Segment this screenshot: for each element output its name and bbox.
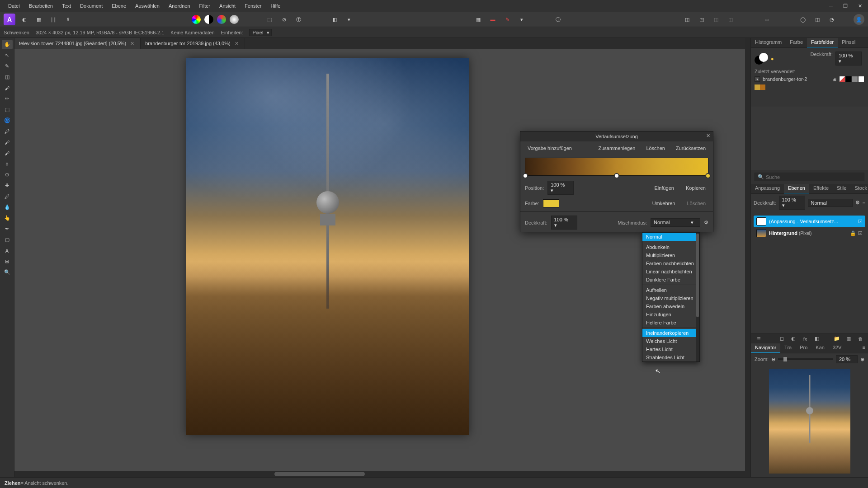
- mask-icon[interactable]: ◻: [778, 335, 786, 343]
- color-swatch[interactable]: [543, 199, 559, 207]
- layer-blend-select[interactable]: Normal: [808, 199, 853, 207]
- window-minimize[interactable]: ─: [826, 1, 835, 10]
- clone-tool[interactable]: ⊙: [2, 170, 13, 179]
- persona-develop-icon[interactable]: ∣∥: [48, 14, 59, 25]
- panel-tab-farbe[interactable]: Farbe: [786, 38, 807, 47]
- layer-row[interactable]: (Anpassung - Verlaufsumsetz...☑: [754, 216, 865, 227]
- fg-bg-color-icon[interactable]: [755, 53, 768, 65]
- arrange-1-icon[interactable]: ◫: [682, 14, 693, 25]
- marquee-tool[interactable]: ⬚: [2, 105, 13, 114]
- gear-icon[interactable]: ⚙: [704, 220, 708, 225]
- panel-tab-stock[interactable]: Stock: [850, 184, 868, 193]
- panel-tab-tra[interactable]: Tra: [780, 343, 796, 353]
- gradient-editor[interactable]: [525, 158, 708, 176]
- account-avatar[interactable]: 👤: [854, 14, 864, 25]
- blend-mode-option[interactable]: Hinzufügen: [642, 310, 699, 319]
- blend-mode-option[interactable]: Negativ multiplizieren: [642, 294, 699, 302]
- dialog-titlebar[interactable]: Verlaufsumsetzung ✕: [520, 131, 713, 141]
- blend-mode-option[interactable]: Abdunkeln: [642, 243, 699, 251]
- menu-anordnen[interactable]: Anordnen: [164, 1, 195, 10]
- menu-hilfe[interactable]: Hilfe: [266, 1, 285, 10]
- menu-ansicht[interactable]: Ansicht: [215, 1, 240, 10]
- heal-tool[interactable]: ✚: [2, 181, 13, 190]
- layer-stack-icon[interactable]: ≣: [755, 335, 763, 343]
- quickmask-icon[interactable]: ◧: [329, 14, 340, 25]
- blend-mode-option[interactable]: Hellere Farbe: [642, 319, 699, 327]
- visibility-checkbox[interactable]: ☑: [858, 219, 863, 225]
- dialog-close-button[interactable]: ✕: [706, 133, 710, 139]
- folder-icon[interactable]: 📁: [833, 335, 841, 343]
- swatch-options-icon[interactable]: ⊞: [832, 76, 836, 82]
- panel-tab-ebenen[interactable]: Ebenen: [784, 184, 809, 193]
- delete-button[interactable]: Löschen: [643, 144, 668, 152]
- menu-bearbeiten[interactable]: Bearbeiten: [24, 1, 57, 10]
- position-field[interactable]: 100 % ▾: [547, 181, 574, 195]
- add-layer-icon[interactable]: ▥: [844, 335, 853, 343]
- panel-tab-navigator[interactable]: Navigator: [751, 343, 780, 353]
- pencil-tool[interactable]: ✏: [2, 94, 13, 103]
- hand-tool[interactable]: ✋: [2, 40, 13, 49]
- insert-stop-button[interactable]: Einfügen: [652, 184, 677, 192]
- visibility-checkbox[interactable]: ☑: [858, 230, 863, 236]
- eraser-tool[interactable]: ◊: [2, 159, 13, 169]
- panel-tab-histogramm[interactable]: Histogramm: [751, 38, 786, 47]
- blend-mode-option[interactable]: Farben abwedeln: [642, 302, 699, 310]
- panel-tab-effekte[interactable]: Effekte: [809, 184, 833, 193]
- vertical-scrollbar[interactable]: [745, 38, 750, 477]
- marker-icon[interactable]: ✎: [502, 14, 513, 25]
- persona-export-icon[interactable]: ⇪: [62, 14, 73, 25]
- units-select[interactable]: Pixel ▾: [249, 29, 272, 36]
- panel-tab-anpassung[interactable]: Anpassung: [751, 184, 784, 193]
- blend-mode-option[interactable]: Ineinanderkopieren: [642, 329, 699, 337]
- blend-mode-select[interactable]: Normal ▾: [651, 218, 700, 227]
- horizontal-scrollbar[interactable]: [14, 471, 745, 477]
- fx-icon[interactable]: fx: [801, 335, 809, 343]
- panel-tab-pro[interactable]: Pro: [796, 343, 811, 353]
- flood-tool[interactable]: 🌀: [2, 116, 13, 125]
- tab-close-button[interactable]: ✕: [129, 41, 136, 47]
- panel-tab-32v[interactable]: 32V: [829, 343, 846, 353]
- panel-tab-kan[interactable]: Kan: [811, 343, 829, 353]
- merge-button[interactable]: Zusammenlegen: [595, 144, 638, 152]
- swatch-opacity-field[interactable]: 100 % ▾: [835, 52, 862, 66]
- dodge-tool[interactable]: 🖊: [2, 192, 13, 201]
- zoom-slider[interactable]: [778, 358, 833, 360]
- live-filter-icon[interactable]: ◧: [813, 335, 821, 343]
- delete-layer-icon[interactable]: 🗑: [856, 335, 864, 343]
- layer-fx-icon[interactable]: ⚙: [855, 200, 860, 206]
- invert-button[interactable]: Umkehren: [650, 199, 678, 207]
- chevron-down-icon[interactable]: ▾: [344, 14, 354, 25]
- brush-yellow-tool[interactable]: 🖌: [2, 83, 13, 93]
- gradient-stop[interactable]: [523, 173, 528, 178]
- search-input[interactable]: [766, 174, 861, 180]
- menu-ebene[interactable]: Ebene: [107, 1, 131, 10]
- selection-off-icon[interactable]: ⊘: [278, 14, 289, 25]
- window-close[interactable]: ✕: [855, 1, 864, 10]
- mesh-tool[interactable]: ⊞: [2, 257, 13, 266]
- overlay-1-icon[interactable]: ◯: [797, 14, 808, 25]
- blend-mode-option[interactable]: Farben nachbelichten: [642, 259, 699, 267]
- selection-rect-icon[interactable]: ⬚: [264, 14, 275, 25]
- marker-menu-icon[interactable]: ▾: [516, 14, 527, 25]
- document-tab[interactable]: brandenburger-tor-201939.jpg (43,0%)✕: [141, 38, 245, 49]
- menu-text[interactable]: Text: [57, 1, 75, 10]
- menu-datei[interactable]: Datei: [4, 1, 24, 10]
- blend-mode-option[interactable]: Hartes Licht: [642, 345, 699, 353]
- crop-tool[interactable]: ◫: [2, 72, 13, 82]
- smudge-tool[interactable]: 👆: [2, 213, 13, 223]
- gradient-stop[interactable]: [614, 173, 619, 178]
- green-brush-tool[interactable]: 🖍: [2, 127, 13, 136]
- add-preset-button[interactable]: Vorgabe hinzufügen: [525, 144, 575, 152]
- zoom-out-button[interactable]: ⊖: [771, 357, 775, 362]
- menu-fenster[interactable]: Fenster: [240, 1, 266, 10]
- selection-text-icon[interactable]: Ⓣ: [293, 14, 304, 25]
- grayscale-icon[interactable]: [230, 15, 239, 24]
- text-tool[interactable]: A: [2, 246, 13, 255]
- shape-tool[interactable]: ▢: [2, 235, 13, 244]
- persona-photo-icon[interactable]: ◐: [19, 14, 30, 25]
- pen-tool[interactable]: ✒: [2, 224, 13, 234]
- layer-menu-icon[interactable]: ≡: [863, 200, 865, 206]
- zoom-value-field[interactable]: 20 %: [836, 355, 858, 363]
- zoom-tool[interactable]: 🔍: [2, 267, 13, 277]
- gray-swatch[interactable]: [852, 76, 858, 82]
